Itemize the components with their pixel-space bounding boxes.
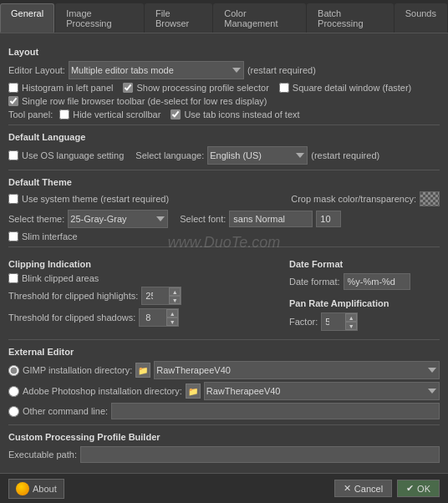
shadows-spin-btns: ▲ ▼ bbox=[166, 309, 178, 326]
histogram-row: Histogram in left panel Show processing … bbox=[8, 83, 440, 93]
crop-mask-color[interactable] bbox=[420, 191, 440, 206]
single-row-row: Single row file browser toolbar (de-sele… bbox=[8, 96, 440, 106]
highlights-spin-down[interactable]: ▼ bbox=[169, 296, 181, 304]
other-input[interactable] bbox=[111, 403, 440, 419]
histogram-checkbox[interactable] bbox=[8, 83, 18, 93]
theme-section-header: Default Theme bbox=[8, 177, 440, 187]
theme-select[interactable]: 25-Gray-Gray bbox=[68, 210, 168, 228]
use-os-label: Use OS language setting bbox=[22, 150, 124, 160]
hide-scrollbar-checkbox[interactable] bbox=[59, 109, 69, 119]
use-tab-icons-label: Use tab icons instead of text bbox=[184, 109, 299, 119]
highlights-spin-btns: ▲ ▼ bbox=[169, 287, 181, 304]
exe-path-row: Executable path: bbox=[8, 446, 440, 463]
blink-wrap: Blink clipped areas bbox=[8, 273, 99, 283]
slim-interface-wrap: Slim interface bbox=[8, 231, 78, 241]
square-detail-checkbox[interactable] bbox=[279, 83, 289, 93]
tab-general[interactable]: General bbox=[0, 3, 54, 33]
use-os-checkbox[interactable] bbox=[8, 150, 18, 160]
tab-file-browser[interactable]: File Browser bbox=[145, 3, 212, 33]
slim-interface-label: Slim interface bbox=[22, 231, 78, 241]
crop-mask-label: Crop mask color/transparency: bbox=[291, 194, 416, 204]
about-label: About bbox=[33, 484, 57, 494]
adobe-select[interactable]: RawTherapeeV40 bbox=[204, 382, 440, 400]
exe-path-input[interactable] bbox=[80, 446, 440, 463]
show-profile-wrap: Show processing profile selector bbox=[123, 83, 268, 93]
shadows-row: Threshold for clipped shadows: ▲ ▼ bbox=[8, 308, 283, 327]
slim-interface-checkbox[interactable] bbox=[8, 231, 18, 241]
shadows-label: Threshold for clipped shadows: bbox=[8, 312, 135, 323]
date-format-label: Date format: bbox=[289, 277, 340, 287]
editor-layout-note: (restart required) bbox=[247, 65, 316, 75]
pan-rate-section-header: Pan Rate Amplification bbox=[289, 298, 440, 308]
theme-row-2: Select theme: 25-Gray-Gray Select font: bbox=[8, 210, 440, 228]
gimp-folder-btn[interactable]: 📁 bbox=[135, 363, 150, 378]
factor-spin-down[interactable]: ▼ bbox=[345, 322, 357, 330]
use-system-theme-checkbox[interactable] bbox=[8, 194, 18, 204]
histogram-checkbox-wrap: Histogram in left panel bbox=[8, 83, 113, 93]
clipping-section-header: Clipping Indication bbox=[8, 259, 283, 269]
about-button[interactable]: About bbox=[8, 479, 64, 499]
external-editor-section-header: External Editor bbox=[8, 347, 440, 357]
tab-sounds[interactable]: Sounds bbox=[395, 3, 447, 33]
show-profile-checkbox[interactable] bbox=[123, 83, 133, 93]
use-tab-icons-checkbox[interactable] bbox=[171, 109, 181, 119]
blink-checkbox[interactable] bbox=[8, 273, 18, 283]
cancel-button[interactable]: ✕ Cancel bbox=[334, 480, 392, 497]
tab-bar: General Image Processing File Browser Co… bbox=[0, 0, 448, 33]
adobe-radio[interactable] bbox=[8, 386, 19, 397]
theme-row-1: Use system theme (restart required) Crop… bbox=[8, 191, 440, 206]
content-area: Layout Editor Layout: Multiple editor ta… bbox=[0, 33, 448, 480]
single-row-checkbox[interactable] bbox=[8, 96, 18, 106]
adobe-row: Adobe Photoshop installation directory: … bbox=[8, 382, 440, 400]
factor-spin-btns: ▲ ▼ bbox=[345, 313, 357, 330]
gimp-radio[interactable] bbox=[8, 365, 19, 376]
select-language-label: Select language: bbox=[135, 150, 204, 160]
other-radio[interactable] bbox=[8, 406, 19, 417]
show-profile-label: Show processing profile selector bbox=[136, 83, 268, 93]
action-buttons: ✕ Cancel ✔ OK bbox=[334, 480, 440, 497]
highlights-spin-up[interactable]: ▲ bbox=[169, 287, 181, 296]
blink-label: Blink clipped areas bbox=[22, 273, 99, 283]
gimp-row: GIMP installation directory: 📁 RawTherap… bbox=[8, 361, 440, 379]
tab-color-management[interactable]: Color Management bbox=[213, 3, 306, 33]
exe-path-label: Executable path: bbox=[8, 450, 77, 460]
highlights-spinbox-wrap: ▲ ▼ bbox=[141, 287, 181, 305]
bottom-bar: About ✕ Cancel ✔ OK bbox=[0, 473, 448, 503]
shadows-spin-up[interactable]: ▲ bbox=[166, 309, 178, 318]
square-detail-wrap: Square detail window (faster) bbox=[279, 83, 411, 93]
about-icon bbox=[16, 482, 29, 495]
two-col-section: Clipping Indication Blink clipped areas … bbox=[8, 252, 440, 334]
other-row: Other command line: bbox=[8, 403, 440, 419]
select-font-label: Select font: bbox=[180, 214, 226, 224]
tab-image-processing[interactable]: Image Processing bbox=[55, 3, 144, 33]
highlights-row: Threshold for clipped highlights: ▲ ▼ bbox=[8, 287, 283, 305]
blink-row: Blink clipped areas bbox=[8, 273, 283, 283]
factor-spin-up[interactable]: ▲ bbox=[345, 313, 357, 322]
shadows-spinbox-wrap: ▲ ▼ bbox=[139, 308, 179, 327]
use-system-theme-label: Use system theme (restart required) bbox=[22, 194, 169, 204]
editor-layout-select[interactable]: Multiple editor tabs mode bbox=[69, 61, 244, 79]
language-select[interactable]: English (US) bbox=[207, 146, 308, 165]
font-size-input[interactable] bbox=[316, 211, 341, 227]
font-input[interactable] bbox=[229, 211, 313, 227]
hide-scrollbar-wrap: Hide vertical scrollbar bbox=[59, 109, 160, 119]
gimp-label: GIMP installation directory: bbox=[23, 365, 132, 375]
ok-icon: ✔ bbox=[406, 483, 414, 494]
histogram-label: Histogram in left panel bbox=[22, 83, 113, 93]
shadows-spin-down[interactable]: ▼ bbox=[166, 318, 178, 326]
clipping-col: Clipping Indication Blink clipped areas … bbox=[8, 252, 283, 334]
divider-3 bbox=[8, 246, 440, 247]
divider-5 bbox=[8, 424, 440, 425]
factor-label: Factor: bbox=[289, 317, 318, 327]
tab-batch-processing[interactable]: Batch Processing bbox=[307, 3, 394, 33]
adobe-folder-btn[interactable]: 📁 bbox=[186, 384, 201, 399]
slim-interface-row: Slim interface bbox=[8, 231, 440, 241]
layout-section-header: Layout bbox=[8, 47, 440, 57]
date-format-input[interactable] bbox=[344, 273, 410, 290]
divider-2 bbox=[8, 170, 440, 170]
use-os-wrap: Use OS language setting bbox=[8, 150, 124, 160]
custom-profile-section-header: Custom Processing Profile Builder bbox=[8, 432, 440, 442]
ok-button[interactable]: ✔ OK bbox=[397, 480, 440, 497]
gimp-select[interactable]: RawTherapeeV40 bbox=[154, 361, 440, 379]
date-format-section-header: Date Format bbox=[289, 259, 440, 269]
